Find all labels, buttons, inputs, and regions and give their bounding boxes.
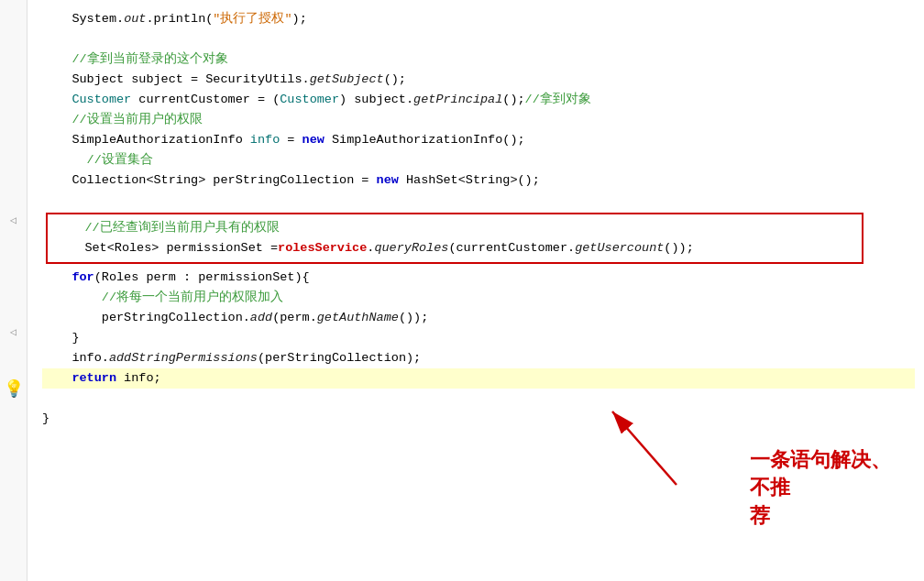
code-line-for: for(Roles perm : permissionSet){ xyxy=(42,268,915,288)
red-highlight-box: //已经查询到当前用户具有的权限 Set<Roles> permissionSe… xyxy=(46,213,864,264)
code-line-set-call: Set<Roles> permissionSet =rolesService.q… xyxy=(55,238,854,258)
code-line-4: Subject subject = SecurityUtils.getSubje… xyxy=(42,70,915,90)
annotation-text: 一条语句解决、不推荐 xyxy=(750,446,896,531)
code-line-comment-box: //已经查询到当前用户具有的权限 xyxy=(55,218,854,238)
lightbulb-icon[interactable]: 💡 xyxy=(5,379,23,398)
code-line-2 xyxy=(42,29,915,49)
left-gutter: ◁ ◁ 💡 xyxy=(0,0,28,581)
code-line-9: Collection<String> perStringCollection =… xyxy=(42,170,915,191)
code-line-10 xyxy=(42,191,915,211)
code-area: System.out.println("执行了授权"); //拿到当前登录的这个… xyxy=(28,0,924,581)
code-line-empty-after xyxy=(42,389,915,409)
code-line-add: perStringCollection.add(perm.getAuthName… xyxy=(42,308,915,328)
code-line-return: return info; xyxy=(42,368,915,389)
code-line-1: System.out.println("执行了授权"); xyxy=(42,9,915,29)
code-line-loop-comment: //将每一个当前用户的权限加入 xyxy=(42,288,915,308)
code-line-7: SimpleAuthorizationInfo info = new Simpl… xyxy=(42,130,915,150)
gutter-icon-2: ◁ xyxy=(5,323,23,341)
code-line-addperm: info.addStringPermissions(perStringColle… xyxy=(42,348,915,368)
code-line-close-for: } xyxy=(42,328,915,348)
code-line-5: Customer currentCustomer = (Customer) su… xyxy=(42,90,915,110)
code-line-final-brace: } xyxy=(42,409,915,429)
code-line-3: //拿到当前登录的这个对象 xyxy=(42,49,915,70)
gutter-icon-1: ◁ xyxy=(5,211,23,229)
code-line-8: //设置集合 xyxy=(42,150,915,170)
code-line-6: //设置当前用户的权限 xyxy=(42,110,915,130)
